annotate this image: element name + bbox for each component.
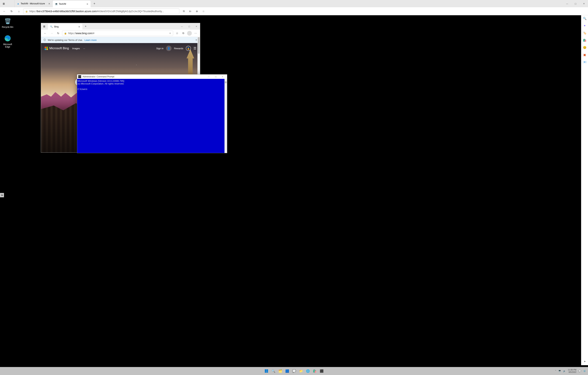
volume-icon[interactable]: 🔊: [563, 370, 566, 372]
user-avatar-icon[interactable]: 👤: [166, 46, 171, 51]
minimize-button[interactable]: —: [205, 76, 212, 78]
read-aloud-icon[interactable]: A»: [187, 8, 193, 14]
signin-link[interactable]: Sign in: [156, 47, 164, 50]
scrollbar-thumb[interactable]: [198, 37, 200, 54]
tray-settings-icon[interactable]: ⚙️: [583, 370, 586, 372]
back-button[interactable]: ←: [1, 8, 7, 14]
cmd-scrollbar[interactable]: [224, 79, 227, 153]
sidebar-shopping-icon[interactable]: 🛍️: [583, 38, 587, 42]
cmd-line-1: Microsoft Windows [Version 10.0.22000.79…: [77, 80, 124, 82]
outer-window-controls: — ▢ ✕: [563, 0, 588, 7]
rewards-link[interactable]: Rewards: [174, 47, 183, 50]
start-button[interactable]: [264, 368, 269, 374]
refresh-button[interactable]: ↻: [55, 31, 61, 36]
file-explorer-icon[interactable]: 📁: [298, 368, 304, 374]
tray-chevron-icon[interactable]: ˄: [555, 370, 556, 372]
vm-taskbar[interactable]: 🔍 🗂️ 🟦 💬 📁 🌐 🛍️ ⬛ ˄ 🖥️ 🔊 11:06 PM 8/5/20…: [0, 367, 588, 375]
inner-new-tab-button[interactable]: +: [82, 23, 89, 30]
inner-tab-0[interactable]: 🔍 Bing ✕: [48, 24, 82, 30]
scrollbar-thumb[interactable]: [225, 81, 227, 83]
desktop-icon-label: Microsoft Edge: [0, 43, 15, 48]
minimize-button[interactable]: —: [178, 23, 186, 30]
maximize-button[interactable]: ▢: [212, 76, 219, 78]
outer-address-bar[interactable]: 🔒 https://bst-c375b4cb-e48d-b6ba3dc52fbf…: [23, 8, 179, 14]
sidebar-sparkle-icon[interactable]: ✦: [583, 24, 587, 28]
desktop-icon-recycle-bin[interactable]: 🗑️ Recycle Bin: [0, 17, 15, 28]
notifications-icon[interactable]: 💬: [578, 370, 581, 372]
close-window-button[interactable]: ✕: [580, 0, 588, 7]
cmd-icon: C:\: [78, 75, 81, 78]
profile-avatar[interactable]: [187, 31, 192, 36]
menu-images[interactable]: Images: [72, 47, 80, 50]
hamburger-menu-button[interactable]: ☰: [193, 46, 196, 50]
terminal-icon[interactable]: ⬛: [319, 368, 324, 374]
minimize-button[interactable]: —: [563, 0, 571, 7]
lock-icon: 🔒: [64, 32, 67, 34]
sidebar-outlook-icon[interactable]: 📧: [583, 60, 587, 64]
bastion-expand-handle[interactable]: ≫: [0, 193, 4, 197]
desktop-icon-edge[interactable]: Microsoft Edge: [0, 34, 15, 48]
favorites-star-icon[interactable]: ☆: [169, 32, 171, 34]
inner-window-controls: — ▢ ✕: [178, 23, 200, 30]
favorites-star-icon[interactable]: ☆: [200, 8, 207, 14]
forward-button[interactable]: →: [49, 31, 54, 36]
outer-url: https://bst-c375b4cb-e48d-b6ba3dc52fbf.b…: [29, 10, 164, 13]
chat-icon[interactable]: 💬: [292, 368, 296, 374]
home-button[interactable]: ⌂: [16, 8, 22, 14]
bing-header: Microsoft Bing Images ··· Sign in 👤 Rewa…: [41, 46, 200, 51]
zoom-icon[interactable]: ⊕: [194, 8, 200, 14]
close-window-button[interactable]: ✕: [193, 23, 200, 30]
inner-tab-title: Bing: [54, 25, 59, 28]
sidebar-office-icon[interactable]: ▣: [583, 53, 587, 57]
taskbar-edge-icon[interactable]: 🌐: [305, 368, 310, 374]
close-notice-button[interactable]: ✕: [195, 39, 198, 41]
maximize-button[interactable]: ▢: [571, 0, 580, 7]
store-icon[interactable]: 🛍️: [312, 368, 317, 374]
sidebar-add-icon[interactable]: ＋: [583, 359, 587, 363]
tray-clock[interactable]: 11:06 PM 8/5/2022: [568, 369, 576, 373]
network-icon[interactable]: 🖥️: [558, 370, 561, 372]
outer-browser-toolbar: ← ↻ ⌂ 🔒 https://bst-c375b4cb-e48d-b6ba3d…: [0, 7, 588, 15]
taskbar-search-icon[interactable]: 🔍: [271, 368, 276, 374]
close-icon[interactable]: ✕: [86, 3, 88, 5]
sidebar-emoji-icon[interactable]: 😊: [583, 45, 587, 49]
inner-browser-titlebar: ▥ 🔍 Bing ✕ + — ▢ ✕: [41, 23, 200, 30]
command-prompt-window[interactable]: C:\ Administrator: Command Prompt — ▢ ✕ …: [77, 74, 227, 153]
inner-tab-actions-button[interactable]: ▥: [41, 23, 47, 30]
favorites-button[interactable]: ✩: [174, 31, 180, 36]
task-view-icon[interactable]: 🗂️: [278, 368, 283, 374]
learn-more-link[interactable]: Learn more: [84, 39, 96, 41]
sidebar-search-icon[interactable]: 🔍: [583, 16, 587, 20]
edge-icon: [4, 34, 12, 42]
cmd-body[interactable]: Microsoft Windows [Version 10.0.22000.79…: [77, 79, 227, 153]
outer-right-sidebar: 🔍 ✦ 🏷️ 🛍️ 😊 ▣ 📧 ＋: [581, 15, 588, 365]
lock-icon: 🔒: [25, 10, 28, 12]
close-window-button[interactable]: ✕: [219, 76, 226, 78]
widgets-icon[interactable]: 🟦: [284, 368, 290, 374]
system-tray[interactable]: ˄ 🖥️ 🔊 11:06 PM 8/5/2022 💬 ⚙️: [553, 369, 588, 373]
maximize-button[interactable]: ▢: [186, 23, 193, 30]
outer-tab-1[interactable]: 💻 TestVM ✕: [53, 1, 91, 7]
collections-button[interactable]: ⧉: [180, 31, 186, 36]
settings-menu-button[interactable]: ⋯: [193, 31, 199, 36]
back-button[interactable]: ←: [42, 31, 48, 36]
taskbar-center: 🔍 🗂️ 🟦 💬 📁 🌐 🛍️ ⬛: [264, 368, 324, 374]
rewards-badge-icon[interactable]: 🏅: [186, 46, 191, 51]
microsoft-logo-icon: [45, 47, 48, 50]
app-install-icon[interactable]: ⧉: [181, 8, 187, 14]
inner-address-bar[interactable]: 🔒 https://www.bing.com/# ☆: [62, 31, 173, 36]
recycle-bin-icon: 🗑️: [4, 17, 12, 25]
info-icon: ⓘ: [43, 38, 46, 42]
microsoft-bing-logo[interactable]: Microsoft Bing: [45, 46, 69, 50]
refresh-button[interactable]: ↻: [9, 8, 14, 14]
vm-icon: 💻: [55, 2, 58, 5]
sidebar-tag-icon[interactable]: 🏷️: [583, 31, 587, 35]
cmd-titlebar[interactable]: C:\ Administrator: Command Prompt — ▢ ✕: [77, 75, 227, 79]
tab-actions-button[interactable]: ▥: [0, 0, 7, 7]
bastion-viewport[interactable]: ≫ 🗑️ Recycle Bin Microsoft Edge ▥ 🔍 Bing…: [0, 15, 588, 375]
close-icon[interactable]: ✕: [48, 2, 50, 5]
new-tab-button[interactable]: +: [91, 0, 98, 7]
outer-tab-0[interactable]: ▲ TestVM - Microsoft Azure ✕: [14, 0, 53, 7]
close-icon[interactable]: ✕: [78, 25, 80, 28]
menu-more[interactable]: ···: [83, 47, 85, 50]
